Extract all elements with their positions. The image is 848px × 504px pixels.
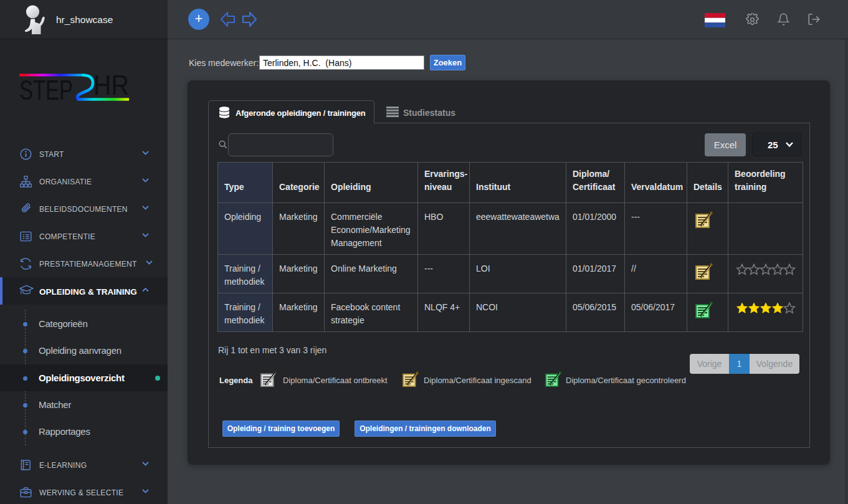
- svg-text:HR: HR: [93, 70, 129, 100]
- svg-text:STEP: STEP: [19, 75, 73, 105]
